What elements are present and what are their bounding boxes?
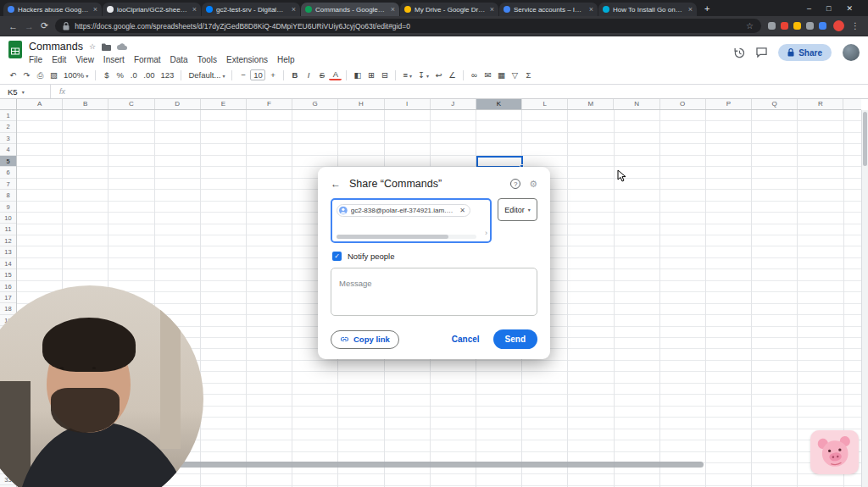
- column-header-a[interactable]: A: [17, 99, 63, 109]
- menu-extensions[interactable]: Extensions: [226, 55, 268, 64]
- chip-scrollbar[interactable]: [337, 235, 476, 239]
- horizontal-scrollbar[interactable]: [161, 462, 704, 468]
- vertical-scrollbar-thumb[interactable]: [863, 112, 867, 166]
- tab-close-icon[interactable]: ×: [687, 5, 693, 14]
- tab-close-icon[interactable]: ×: [489, 5, 494, 14]
- strikethrough-button[interactable]: S: [315, 69, 328, 80]
- row-header-6[interactable]: 6: [0, 167, 16, 178]
- column-header-c[interactable]: C: [108, 99, 154, 109]
- text-rotation-button[interactable]: ∠: [446, 69, 459, 80]
- extension-icon[interactable]: [806, 22, 814, 30]
- send-button[interactable]: Send: [493, 329, 537, 349]
- scroll-right-icon[interactable]: ›: [485, 229, 487, 237]
- font-size-input-button[interactable]: 10: [250, 69, 265, 80]
- font-select-button[interactable]: Default...▾: [186, 69, 227, 80]
- bold-button[interactable]: B: [288, 69, 301, 80]
- menu-view[interactable]: View: [75, 55, 94, 64]
- back-icon[interactable]: ←: [331, 178, 341, 190]
- address-bar[interactable]: https://docs.google.com/spreadsheets/d/1…: [55, 19, 761, 33]
- share-button[interactable]: Share: [778, 44, 832, 61]
- increase-font-size-button[interactable]: +: [266, 69, 279, 80]
- row-header-3[interactable]: 3: [0, 133, 16, 144]
- browser-tab[interactable]: looCiprian/GC2-sheet: GC2 is a...×: [103, 3, 201, 16]
- sheets-logo-icon[interactable]: [8, 41, 22, 58]
- cancel-button[interactable]: Cancel: [452, 335, 480, 344]
- column-header-d[interactable]: D: [155, 99, 201, 109]
- extension-icon[interactable]: [819, 22, 826, 30]
- browser-tab[interactable]: Commands - Google Sheets×: [301, 3, 399, 16]
- window-maximize-button[interactable]: □: [826, 4, 831, 13]
- row-header-12[interactable]: 12: [0, 235, 16, 246]
- row-header-15[interactable]: 15: [0, 269, 16, 280]
- text-color-button[interactable]: A: [329, 69, 342, 80]
- tab-close-icon[interactable]: ×: [588, 5, 593, 14]
- bookmark-star-icon[interactable]: ☆: [746, 21, 754, 30]
- row-header-8[interactable]: 8: [0, 190, 16, 201]
- browser-tab[interactable]: My Drive - Google Drive×: [400, 3, 498, 16]
- row-header-2[interactable]: 2: [0, 121, 16, 132]
- fill-color-button[interactable]: ◧: [351, 69, 364, 80]
- insert-comment-button[interactable]: ✉: [481, 69, 494, 80]
- settings-gear-icon[interactable]: ⚙: [529, 179, 537, 190]
- merge-cells-button[interactable]: ⊟: [378, 69, 391, 80]
- browser-tab[interactable]: gc2-test-srv - DigitalOcean×: [202, 3, 300, 16]
- extension-icon[interactable]: [768, 22, 776, 30]
- menu-tools[interactable]: Tools: [198, 55, 217, 64]
- more-formats-button[interactable]: 123: [159, 69, 177, 80]
- name-box[interactable]: K5 ▾: [0, 85, 51, 98]
- new-tab-button[interactable]: +: [704, 3, 709, 14]
- chip-scrollbar-thumb[interactable]: [337, 235, 448, 239]
- menu-file[interactable]: File: [29, 55, 42, 64]
- menu-data[interactable]: Data: [170, 55, 188, 64]
- window-minimize-button[interactable]: –: [807, 4, 811, 13]
- column-header-m[interactable]: M: [568, 99, 614, 109]
- column-header-r[interactable]: R: [798, 99, 843, 109]
- user-avatar[interactable]: [843, 44, 860, 61]
- browser-tab[interactable]: Hackers abuse Google Comm...×: [3, 3, 102, 16]
- row-header-10[interactable]: 10: [0, 213, 16, 224]
- column-header-q[interactable]: Q: [752, 99, 798, 109]
- column-header-e[interactable]: E: [201, 99, 247, 109]
- zoom-select-button[interactable]: 100%▾: [61, 69, 91, 80]
- recipients-input[interactable]: gc2-838@polar-elf-374921.iam.gservi... ✕…: [331, 198, 492, 243]
- extension-icon[interactable]: [793, 22, 801, 30]
- decrease-decimal-button[interactable]: .0: [127, 69, 140, 80]
- row-header-4[interactable]: 4: [0, 144, 16, 155]
- row-header-7[interactable]: 7: [0, 179, 16, 190]
- functions-button[interactable]: Σ: [522, 69, 535, 80]
- tab-close-icon[interactable]: ×: [92, 5, 97, 14]
- select-all-corner[interactable]: [0, 99, 17, 110]
- vertical-scrollbar[interactable]: [861, 110, 868, 487]
- column-header-k[interactable]: K: [476, 99, 522, 109]
- column-header-b[interactable]: B: [63, 99, 108, 109]
- row-header-13[interactable]: 13: [0, 246, 16, 257]
- insert-chart-button[interactable]: ▦: [495, 69, 508, 80]
- increase-decimal-button[interactable]: .00: [141, 69, 157, 80]
- tab-close-icon[interactable]: ×: [192, 5, 197, 14]
- row-header-9[interactable]: 9: [0, 202, 16, 213]
- message-textarea[interactable]: Message: [331, 268, 537, 316]
- column-header-o[interactable]: O: [660, 99, 706, 109]
- italic-button[interactable]: I: [302, 69, 314, 80]
- help-icon[interactable]: ?: [510, 179, 520, 189]
- browser-profile-avatar[interactable]: [833, 20, 844, 31]
- back-button[interactable]: ←: [8, 21, 18, 31]
- horizontal-align-button[interactable]: ≡▾: [400, 69, 415, 80]
- notify-people-checkbox[interactable]: ✓: [332, 252, 342, 261]
- menu-format[interactable]: Format: [134, 55, 161, 64]
- browser-tab[interactable]: Service accounts – IAM & Adm...×: [499, 3, 598, 16]
- row-header-11[interactable]: 11: [0, 224, 16, 235]
- row-header-1[interactable]: 1: [0, 110, 16, 121]
- paint-format-button[interactable]: ▧: [47, 69, 60, 80]
- column-header-g[interactable]: G: [292, 99, 338, 109]
- redo-button[interactable]: ↷: [20, 69, 33, 80]
- browser-tab[interactable]: How To Install Go on Ubuntu 2...×: [598, 3, 697, 16]
- insert-link-button[interactable]: ∞: [468, 69, 481, 80]
- formula-input[interactable]: [74, 85, 868, 98]
- column-header-j[interactable]: J: [431, 99, 476, 109]
- print-button[interactable]: ⎙: [34, 69, 47, 81]
- column-header-n[interactable]: N: [614, 99, 659, 109]
- version-history-icon[interactable]: [734, 47, 745, 58]
- column-header-l[interactable]: L: [522, 99, 568, 109]
- borders-button[interactable]: ⊞: [364, 69, 377, 80]
